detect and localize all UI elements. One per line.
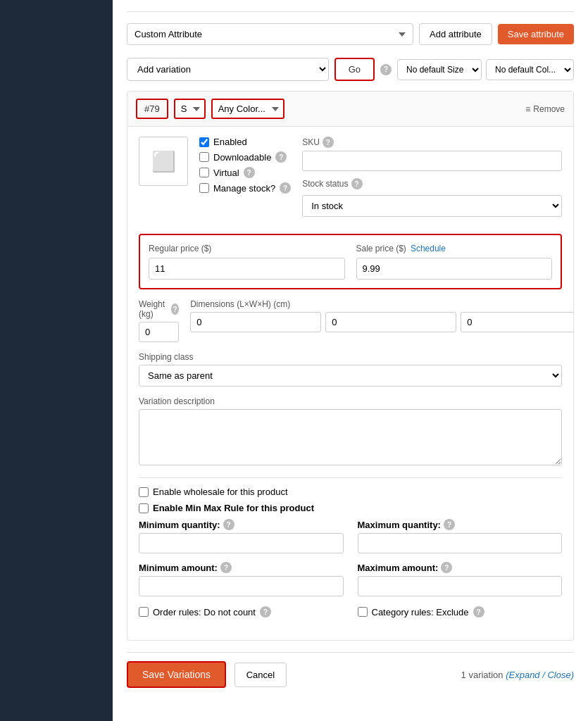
downloadable-checkbox[interactable]: [199, 152, 209, 162]
enable-wholesale-checkbox[interactable]: [139, 487, 149, 497]
variation-image[interactable]: ⬜: [139, 137, 188, 186]
enable-minmax-checkbox[interactable]: [139, 503, 149, 513]
enable-minmax-row: Enable Min Max Rule for this product: [139, 503, 562, 513]
weight-help-icon: ?: [171, 303, 179, 315]
max-amt-help-icon: ?: [441, 562, 452, 573]
dimension-l-input[interactable]: [190, 312, 321, 332]
schedule-link[interactable]: Schedule: [411, 244, 446, 253]
add-variation-row: Add variation Go ? No default Size No de…: [127, 58, 574, 81]
manage-stock-checkbox[interactable]: [199, 183, 209, 193]
enabled-label: Enabled: [213, 137, 247, 147]
shipping-class-row: Shipping class Same as parent: [139, 352, 562, 387]
rules-row: Order rules: Do not count ? Category rul…: [139, 606, 562, 617]
sku-field-group: SKU ?: [302, 137, 562, 171]
add-attribute-button[interactable]: Add attribute: [419, 23, 492, 45]
downloadable-row: Downloadable ?: [199, 151, 291, 163]
stock-status-field-group: Stock status ? In stock: [302, 178, 562, 217]
regular-price-field: Regular price ($): [149, 244, 345, 280]
sale-price-field: Sale price ($) Schedule: [356, 244, 553, 280]
category-rules-label: Category rules: Exclude: [372, 607, 469, 617]
weight-input[interactable]: [139, 322, 179, 342]
attribute-row: Custom Attribute Add attribute Save attr…: [127, 23, 574, 45]
downloadable-label: Downloadable: [213, 152, 271, 163]
enabled-checkbox[interactable]: [199, 137, 209, 147]
variation-checkboxes: Enabled Downloadable ? Virtual ? Ma: [199, 137, 291, 224]
category-rules-help-icon: ?: [473, 606, 484, 617]
max-amount-field: Maximum amount: ?: [358, 562, 563, 596]
min-qty-help-icon: ?: [223, 519, 234, 530]
dimensions-label: Dimensions (L×W×H) (cm): [190, 299, 574, 309]
min-quantity-field: Minimum quantity: ?: [139, 519, 344, 553]
save-attribute-button[interactable]: Save attribute: [498, 24, 574, 44]
max-quantity-input[interactable]: [358, 533, 563, 553]
dimensions-inputs: [190, 312, 574, 332]
regular-price-label: Regular price ($): [149, 244, 345, 253]
variation-color-select[interactable]: Any Color...: [211, 99, 284, 119]
expand-close-link[interactable]: (Expand / Close): [506, 670, 574, 680]
sidebar: [0, 0, 113, 721]
enabled-row: Enabled: [199, 137, 291, 147]
save-variations-button[interactable]: Save Variations: [127, 661, 226, 688]
category-rules-item: Category rules: Exclude ?: [358, 606, 563, 617]
dimensions-field: Dimensions (L×W×H) (cm): [190, 299, 574, 342]
dimension-h-input[interactable]: [461, 312, 574, 332]
regular-price-input[interactable]: [149, 258, 345, 280]
minmax-grid: Minimum quantity: ? Maximum quantity: ? …: [139, 519, 562, 596]
weight-field: Weight (kg) ?: [139, 299, 179, 342]
variation-description-input[interactable]: [139, 409, 562, 465]
sku-input[interactable]: [302, 151, 562, 171]
expand-close-text: 1 variation (Expand / Close): [461, 670, 574, 680]
min-quantity-input[interactable]: [139, 533, 344, 553]
cancel-button[interactable]: Cancel: [234, 663, 287, 687]
default-color-select[interactable]: No default Col...: [486, 59, 574, 80]
variation-size-select[interactable]: S: [174, 99, 206, 119]
manage-stock-label: Manage stock?: [213, 183, 275, 194]
dimension-w-input[interactable]: [325, 312, 456, 332]
variation-header: #79 S Any Color... ≡ Remove: [127, 92, 573, 127]
variation-body-top: ⬜ Enabled Downloadable ? Virtu: [139, 137, 562, 224]
default-size-select[interactable]: No default Size: [397, 59, 482, 80]
min-amount-input[interactable]: [139, 576, 344, 596]
max-quantity-field: Maximum quantity: ?: [358, 519, 563, 553]
max-amount-label: Maximum amount: ?: [358, 562, 563, 573]
add-variation-select[interactable]: Add variation: [127, 58, 329, 81]
shipping-class-select[interactable]: Same as parent: [139, 365, 562, 387]
shipping-class-label: Shipping class: [139, 352, 562, 362]
virtual-row: Virtual ?: [199, 167, 291, 178]
bottom-left-actions: Save Variations Cancel: [127, 661, 287, 688]
category-rules-checkbox[interactable]: [358, 607, 368, 617]
sku-label: SKU ?: [302, 137, 562, 148]
order-rules-item: Order rules: Do not count ?: [139, 606, 344, 617]
variation-help-icon: ?: [380, 64, 392, 75]
enable-wholesale-row: Enable wholesale for this product: [139, 487, 562, 497]
variation-number: #79: [136, 99, 168, 119]
order-rules-help-icon: ?: [260, 606, 271, 617]
max-quantity-label: Maximum quantity: ?: [358, 519, 563, 530]
virtual-label: Virtual: [213, 168, 239, 178]
stock-status-label: Stock status ?: [302, 178, 562, 189]
custom-attribute-select[interactable]: Custom Attribute: [127, 23, 413, 45]
image-placeholder-icon: ⬜: [151, 150, 176, 173]
sku-help-icon: ?: [323, 137, 334, 148]
default-selects: No default Size No default Col...: [397, 59, 574, 80]
min-amt-help-icon: ?: [220, 562, 232, 573]
variation-menu-button[interactable]: ≡ Remove: [525, 104, 565, 114]
go-button[interactable]: Go: [334, 58, 375, 81]
min-quantity-label: Minimum quantity: ?: [139, 519, 344, 530]
menu-lines-icon: ≡: [525, 104, 530, 114]
max-amount-input[interactable]: [358, 576, 563, 596]
manage-stock-row: Manage stock? ?: [199, 182, 291, 194]
sale-price-input[interactable]: [356, 258, 553, 280]
virtual-checkbox[interactable]: [199, 168, 209, 177]
variation-description-row: Variation description: [139, 396, 562, 468]
max-qty-help-icon: ?: [444, 519, 455, 530]
weight-dimensions-row: Weight (kg) ? Dimensions (L×W×H) (cm): [139, 299, 562, 342]
order-rules-checkbox[interactable]: [139, 607, 149, 617]
min-amount-label: Minimum amount: ?: [139, 562, 344, 573]
min-amount-field: Minimum amount: ?: [139, 562, 344, 596]
order-rules-label: Order rules: Do not count: [153, 607, 256, 617]
stock-status-help-icon: ?: [351, 178, 363, 189]
variation-description-label: Variation description: [139, 396, 562, 406]
stock-status-select[interactable]: In stock: [302, 195, 562, 217]
variation-body: ⬜ Enabled Downloadable ? Virtu: [127, 127, 573, 640]
